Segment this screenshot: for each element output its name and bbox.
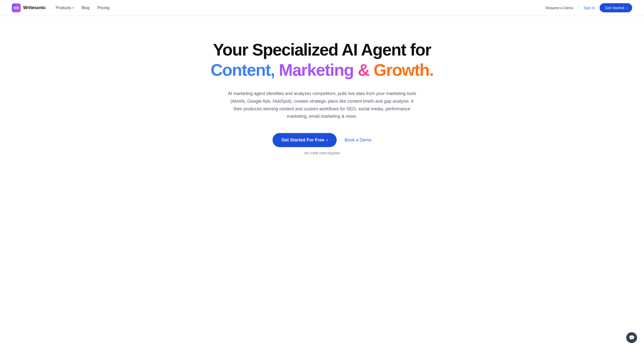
- hero-word-marketing: Marketing: [279, 61, 354, 79]
- chat-bubble-button[interactable]: 💬: [626, 332, 637, 343]
- hero-section: Your Specialized AI Agent for Content, M…: [199, 16, 446, 175]
- hero-cta: Get Started For Free › Book a Demo: [272, 133, 372, 147]
- arrow-icon: ›: [626, 6, 627, 10]
- nav-pricing[interactable]: Pricing: [98, 6, 110, 10]
- chat-icon: 💬: [629, 335, 635, 341]
- get-started-free-button[interactable]: Get Started For Free ›: [272, 133, 337, 147]
- divider: [578, 6, 578, 10]
- book-demo-link[interactable]: Book a Demo: [344, 138, 372, 143]
- hero-description: AI marketing agent identifies and analyz…: [226, 90, 418, 120]
- navbar-right: Request a Demo Sign in Get Started ›: [546, 3, 632, 12]
- navbar-left: WS Writesonic Products ▾ Blog Pricing: [12, 4, 110, 12]
- request-demo-link[interactable]: Request a Demo: [546, 6, 574, 10]
- brand-name: Writesonic: [23, 5, 46, 10]
- navbar: WS Writesonic Products ▾ Blog Pricing Re…: [0, 0, 644, 16]
- no-credit-card-note: No credit card required: [304, 151, 340, 155]
- logo-icon: WS: [12, 4, 21, 12]
- hero-word-content: Content,: [211, 61, 275, 79]
- arrow-icon: ›: [326, 138, 328, 143]
- hero-word-ampersand: &: [358, 61, 369, 79]
- hero-title-line2: Content, Marketing & Growth.: [211, 60, 434, 80]
- nav-links: Products ▾ Blog Pricing: [56, 6, 110, 10]
- nav-blog[interactable]: Blog: [82, 6, 90, 10]
- chevron-down-icon: ▾: [72, 6, 74, 10]
- nav-get-started-button[interactable]: Get Started ›: [600, 3, 632, 12]
- nav-products[interactable]: Products ▾: [56, 6, 74, 10]
- logo[interactable]: WS Writesonic: [12, 4, 46, 12]
- hero-word-growth: Growth.: [374, 61, 433, 79]
- hero-title-line1: Your Specialized AI Agent for: [213, 41, 431, 59]
- sign-in-link[interactable]: Sign in: [583, 6, 595, 10]
